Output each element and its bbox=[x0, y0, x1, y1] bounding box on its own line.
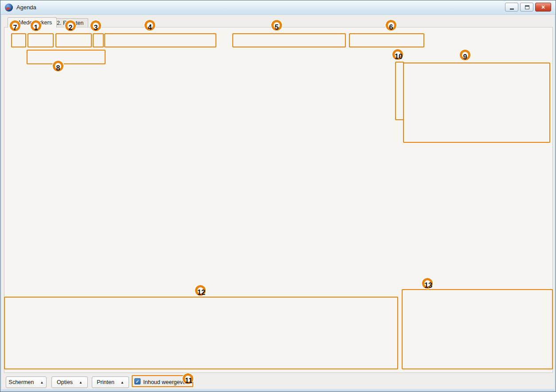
callout-badge-3: 3 bbox=[90, 20, 101, 31]
chevron-up-icon: ▲ bbox=[121, 380, 124, 384]
callout-badge-5: 5 bbox=[271, 20, 282, 31]
schermen-button[interactable]: Schermen▲ bbox=[6, 376, 47, 388]
callout-badge-2: 2 bbox=[65, 20, 76, 31]
maximize-icon bbox=[525, 5, 529, 9]
minimize-button[interactable] bbox=[505, 3, 518, 12]
app-window: Agenda × 2. Ruimten 1. Medewerkers bbox=[0, 0, 556, 392]
callout-badge-13: 13 bbox=[422, 278, 433, 289]
close-button[interactable]: × bbox=[535, 3, 551, 12]
callout-badge-4: 4 bbox=[145, 20, 155, 31]
window-titlebar: Agenda × bbox=[0, 0, 556, 15]
minimize-icon bbox=[510, 8, 514, 10]
callout-badge-11: 11 bbox=[183, 373, 193, 384]
intramed-app-icon bbox=[5, 4, 13, 12]
window-frame-right bbox=[554, 15, 556, 389]
tab-page bbox=[4, 27, 553, 373]
chevron-up-icon: ▲ bbox=[40, 380, 44, 384]
printen-button[interactable]: Printen▲ bbox=[92, 376, 129, 388]
callout-badge-6: 6 bbox=[386, 20, 396, 31]
inhoud-weergeven-label: Inhoud weergeven bbox=[143, 379, 189, 385]
callout-badge-12: 12 bbox=[195, 285, 206, 296]
opties-button[interactable]: Opties▲ bbox=[51, 376, 88, 388]
callout-badge-10: 10 bbox=[392, 49, 403, 60]
callout-badge-8: 8 bbox=[53, 61, 63, 71]
window-title: Agenda bbox=[16, 4, 36, 11]
window-frame-bottom bbox=[0, 389, 556, 392]
inhoud-weergeven-checkbox[interactable]: ✓ bbox=[134, 378, 141, 384]
window-frame-left bbox=[0, 15, 2, 389]
chevron-up-icon: ▲ bbox=[79, 380, 82, 384]
maximize-button[interactable] bbox=[520, 3, 533, 12]
callout-badge-7: 7 bbox=[10, 20, 20, 31]
callout-badge-1: 1 bbox=[31, 20, 41, 31]
callout-badge-9: 9 bbox=[460, 50, 470, 60]
